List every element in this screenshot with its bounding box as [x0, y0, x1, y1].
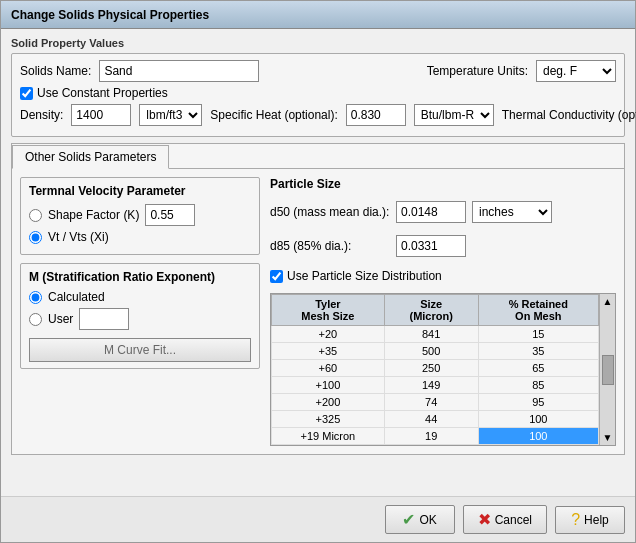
retained-cell: 15	[478, 326, 598, 343]
ok-icon: ✔	[402, 510, 415, 529]
cancel-label: Cancel	[495, 513, 532, 527]
calculated-row: Calculated	[29, 290, 251, 304]
help-icon: ?	[571, 511, 580, 529]
vt-vts-row: Vt / Vts (Xi)	[29, 230, 251, 244]
solids-name-label: Solids Name:	[20, 64, 91, 78]
retained-cell: 100	[478, 428, 598, 445]
d50-input[interactable]	[396, 201, 466, 223]
shape-factor-input[interactable]	[145, 204, 195, 226]
mesh-cell: +35	[272, 343, 385, 360]
use-constant-props-checkbox[interactable]	[20, 87, 33, 100]
table-row[interactable]: +6025065	[272, 360, 599, 377]
specific-heat-label: Specific Heat (optional):	[210, 108, 337, 122]
use-particle-dist-label: Use Particle Size Distribution	[287, 269, 442, 283]
density-unit-select[interactable]: lbm/ft3 kg/m3	[139, 104, 202, 126]
name-temp-row: Solids Name: Temperature Units: deg. F d…	[20, 60, 616, 82]
use-particle-dist-checkbox[interactable]	[270, 270, 283, 283]
mesh-cell: +60	[272, 360, 385, 377]
size-cell: 841	[384, 326, 478, 343]
scrollbar-thumb[interactable]	[602, 355, 614, 385]
particle-size-title: Particle Size	[270, 177, 616, 191]
calculated-label: Calculated	[48, 290, 105, 304]
vt-vts-label: Vt / Vts (Xi)	[48, 230, 109, 244]
help-button[interactable]: ? Help	[555, 506, 625, 534]
d50-label: d50 (mass mean dia.):	[270, 205, 390, 219]
table-row[interactable]: +2007495	[272, 394, 599, 411]
retained-cell: 65	[478, 360, 598, 377]
terminal-velocity-group: Termnal Velocity Parameter Shape Factor …	[20, 177, 260, 255]
dialog-title: Change Solids Physical Properties	[11, 8, 209, 22]
size-cell: 44	[384, 411, 478, 428]
d85-label: d85 (85% dia.):	[270, 239, 390, 253]
size-cell: 500	[384, 343, 478, 360]
size-cell: 250	[384, 360, 478, 377]
help-label: Help	[584, 513, 609, 527]
shape-factor-radio[interactable]	[29, 209, 42, 222]
particle-units-select[interactable]: inches mm microns	[472, 201, 552, 223]
tab-container: Other Solids Parameters Termnal Velocity…	[11, 143, 625, 455]
mesh-cell: +19 Micron	[272, 428, 385, 445]
particle-size-table-wrapper: TylerMesh Size Size(Micron) % RetainedOn…	[270, 293, 616, 446]
specific-heat-unit-select[interactable]: Btu/lbm-R kJ/kg-K	[414, 104, 494, 126]
d50-row: d50 (mass mean dia.): inches mm microns	[270, 201, 616, 223]
calculated-radio[interactable]	[29, 291, 42, 304]
table-row[interactable]: +19 Micron19100	[272, 428, 599, 445]
user-value-input[interactable]	[79, 308, 129, 330]
size-cell: 19	[384, 428, 478, 445]
shape-factor-label: Shape Factor (K)	[48, 208, 139, 222]
mesh-cell: +200	[272, 394, 385, 411]
button-row: ✔ OK ✖ Cancel ? Help	[1, 496, 635, 542]
table-row[interactable]: +10014985	[272, 377, 599, 394]
user-row: User	[29, 308, 251, 330]
section-label: Solid Property Values	[11, 37, 625, 49]
size-cell: 149	[384, 377, 478, 394]
tab-other-solids-params[interactable]: Other Solids Parameters	[12, 145, 169, 169]
title-bar: Change Solids Physical Properties	[1, 1, 635, 29]
size-cell: 74	[384, 394, 478, 411]
solid-property-values-section: Solid Property Values Solids Name: Tempe…	[11, 37, 625, 137]
temp-units-label: Temperature Units:	[427, 64, 528, 78]
terminal-velocity-title: Termnal Velocity Parameter	[29, 184, 251, 198]
retained-cell: 85	[478, 377, 598, 394]
user-label: User	[48, 312, 73, 326]
tab-header: Other Solids Parameters	[12, 144, 624, 169]
right-panel: Particle Size d50 (mass mean dia.): inch…	[270, 177, 616, 446]
thermal-cond-label: Thermal Conductivity (optional):	[502, 108, 636, 122]
change-solids-dialog: Change Solids Physical Properties Solid …	[0, 0, 636, 543]
mesh-cell: +325	[272, 411, 385, 428]
m-curve-fit-button[interactable]: M Curve Fit...	[29, 338, 251, 362]
col-size-header: Size(Micron)	[384, 295, 478, 326]
shape-factor-row: Shape Factor (K)	[29, 204, 251, 226]
density-label: Density:	[20, 108, 63, 122]
tab-content: Termnal Velocity Parameter Shape Factor …	[12, 169, 624, 454]
cancel-icon: ✖	[478, 510, 491, 529]
col-retained-header: % RetainedOn Mesh	[478, 295, 598, 326]
stratification-title: M (Stratification Ratio Exponent)	[29, 270, 251, 284]
retained-cell: 35	[478, 343, 598, 360]
specific-heat-input[interactable]	[346, 104, 406, 126]
d85-input[interactable]	[396, 235, 466, 257]
table-row[interactable]: +3550035	[272, 343, 599, 360]
density-input[interactable]	[71, 104, 131, 126]
mesh-cell: +100	[272, 377, 385, 394]
vt-vts-radio[interactable]	[29, 231, 42, 244]
retained-cell: 95	[478, 394, 598, 411]
retained-cell: 100	[478, 411, 598, 428]
scrollbar-down-arrow[interactable]: ▼	[603, 432, 613, 443]
scrollbar-up-arrow[interactable]: ▲	[603, 296, 613, 307]
temp-units-select[interactable]: deg. F deg. C K	[536, 60, 616, 82]
table-row[interactable]: +2084115	[272, 326, 599, 343]
dialog-body: Solid Property Values Solids Name: Tempe…	[1, 29, 635, 496]
table-row[interactable]: +32544100	[272, 411, 599, 428]
ok-button[interactable]: ✔ OK	[385, 505, 455, 534]
mesh-cell: +20	[272, 326, 385, 343]
cancel-button[interactable]: ✖ Cancel	[463, 505, 547, 534]
ok-label: OK	[419, 513, 436, 527]
user-radio[interactable]	[29, 313, 42, 326]
use-constant-props-label: Use Constant Properties	[37, 86, 168, 100]
solids-name-input[interactable]	[99, 60, 259, 82]
properties-row: Density: lbm/ft3 kg/m3 Specific Heat (op…	[20, 104, 616, 126]
solid-property-group: Solids Name: Temperature Units: deg. F d…	[11, 53, 625, 137]
left-panel: Termnal Velocity Parameter Shape Factor …	[20, 177, 260, 446]
table-scroll-area[interactable]: TylerMesh Size Size(Micron) % RetainedOn…	[271, 294, 599, 445]
